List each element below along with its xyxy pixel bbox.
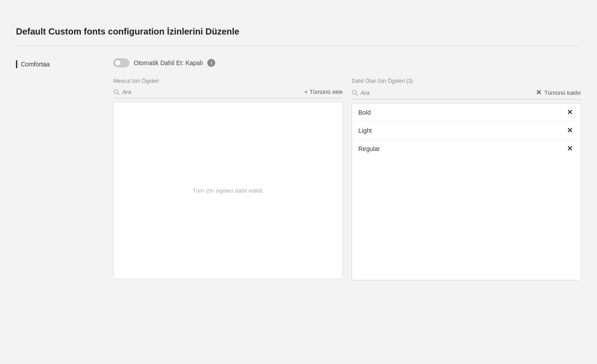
- available-search-wrapper: [113, 89, 301, 95]
- included-search-row: ✕ Tümünü kaldır: [352, 89, 581, 100]
- content-area: Comfortaa Otomatik Dahil Et: Kapalı i Me…: [16, 58, 581, 280]
- page-container: Default Custom fonts configuration İzinl…: [0, 0, 597, 364]
- included-search-icon: [352, 89, 358, 96]
- panels-row: Mevcut İzin Ögeleri + Tümünü ekle: [113, 78, 581, 280]
- available-panel: Mevcut İzin Ögeleri + Tümünü ekle: [113, 78, 343, 280]
- close-icon: ✕: [567, 145, 573, 152]
- auto-include-toggle[interactable]: [113, 58, 129, 67]
- list-item-label: Regular: [358, 145, 380, 152]
- section-divider: [16, 46, 581, 46]
- remove-item-button[interactable]: ✕: [565, 144, 574, 153]
- available-panel-header: Mevcut İzin Ögeleri: [113, 78, 343, 84]
- included-search-wrapper: [352, 89, 532, 96]
- available-empty-message: Tüm izin ögeleri dahil edildi.: [184, 178, 272, 203]
- list-item: Light✕: [352, 122, 581, 140]
- sidebar-label: Comfortaa: [16, 58, 113, 280]
- remove-item-button[interactable]: ✕: [565, 108, 574, 117]
- available-search-input[interactable]: [122, 89, 301, 95]
- available-search-row: + Tümünü ekle: [113, 89, 343, 98]
- included-panel-header: Dahil Olan İzin Ögeleri (3): [352, 78, 581, 84]
- close-icon: ✕: [567, 127, 573, 134]
- remove-all-icon: ✕: [536, 89, 542, 97]
- main-content: Otomatik Dahil Et: Kapalı i Mevcut İzin …: [113, 58, 581, 280]
- available-list-box: Tüm izin ögeleri dahil edildi.: [113, 102, 343, 279]
- remove-item-button[interactable]: ✕: [565, 126, 574, 135]
- svg-line-3: [356, 94, 358, 96]
- available-search-icon: [113, 89, 120, 95]
- remove-all-button[interactable]: ✕ Tümünü kaldır: [536, 89, 581, 97]
- list-item: Bold✕: [352, 104, 581, 122]
- included-panel: Dahil Olan İzin Ögeleri (3) ✕ Tümünü kal…: [352, 78, 581, 280]
- toggle-thumb: [115, 60, 121, 66]
- plus-icon: +: [304, 89, 308, 95]
- included-list-box: Bold✕Light✕Regular✕: [352, 103, 581, 280]
- toggle-label: Otomatik Dahil Et: Kapalı: [134, 59, 203, 66]
- svg-line-1: [118, 93, 120, 95]
- included-search-input[interactable]: [361, 89, 532, 96]
- close-icon: ✕: [567, 109, 573, 116]
- page-title: Default Custom fonts configuration İzinl…: [16, 27, 581, 37]
- toggle-row: Otomatik Dahil Et: Kapalı i: [113, 58, 581, 67]
- add-all-button[interactable]: + Tümünü ekle: [304, 89, 343, 95]
- font-name-label: Comfortaa: [16, 60, 113, 68]
- list-item: Regular✕: [352, 140, 581, 158]
- list-item-label: Bold: [358, 109, 371, 116]
- list-item-label: Light: [358, 127, 372, 134]
- info-icon[interactable]: i: [207, 59, 215, 67]
